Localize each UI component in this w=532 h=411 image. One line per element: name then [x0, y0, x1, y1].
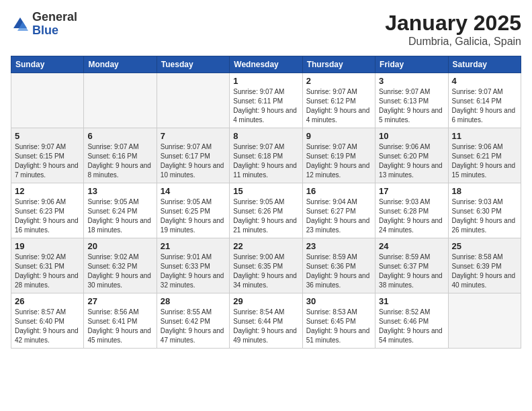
day-info: Sunrise: 8:59 AM Sunset: 6:37 PM Dayligh… — [379, 253, 444, 290]
logo: General Blue — [11, 11, 77, 38]
weekday-header-saturday: Saturday — [448, 56, 521, 73]
calendar-cell: 11Sunrise: 9:06 AM Sunset: 6:21 PM Dayli… — [448, 128, 521, 183]
week-row-2: 12Sunrise: 9:06 AM Sunset: 6:23 PM Dayli… — [11, 183, 521, 238]
day-info: Sunrise: 9:06 AM Sunset: 6:20 PM Dayligh… — [379, 142, 444, 180]
calendar-cell: 12Sunrise: 9:06 AM Sunset: 6:23 PM Dayli… — [11, 183, 84, 238]
day-number: 1 — [233, 76, 298, 86]
calendar-cell: 13Sunrise: 9:05 AM Sunset: 6:24 PM Dayli… — [84, 183, 157, 238]
calendar-cell: 20Sunrise: 9:02 AM Sunset: 6:32 PM Dayli… — [84, 238, 157, 293]
day-number: 16 — [306, 186, 371, 196]
calendar-cell: 26Sunrise: 8:57 AM Sunset: 6:40 PM Dayli… — [11, 293, 84, 349]
calendar-title: January 2025 — [385, 11, 521, 36]
calendar-cell: 25Sunrise: 8:58 AM Sunset: 6:39 PM Dayli… — [448, 238, 521, 293]
calendar-cell: 22Sunrise: 9:00 AM Sunset: 6:35 PM Dayli… — [230, 238, 302, 293]
logo-text: General Blue — [32, 11, 77, 38]
day-number: 8 — [233, 131, 298, 141]
day-number: 9 — [306, 131, 371, 141]
day-info: Sunrise: 9:05 AM Sunset: 6:26 PM Dayligh… — [233, 197, 298, 235]
day-number: 7 — [161, 131, 226, 141]
day-number: 25 — [452, 241, 517, 251]
calendar-cell — [157, 73, 229, 128]
weekday-header-wednesday: Wednesday — [230, 56, 302, 73]
calendar-cell: 28Sunrise: 8:55 AM Sunset: 6:42 PM Dayli… — [157, 293, 229, 349]
calendar-cell: 3Sunrise: 9:07 AM Sunset: 6:13 PM Daylig… — [375, 73, 448, 128]
day-number: 21 — [161, 241, 226, 251]
day-number: 2 — [306, 76, 371, 86]
calendar-cell: 14Sunrise: 9:05 AM Sunset: 6:25 PM Dayli… — [157, 183, 229, 238]
calendar-cell: 19Sunrise: 9:02 AM Sunset: 6:31 PM Dayli… — [11, 238, 84, 293]
calendar-cell — [448, 293, 521, 349]
day-info: Sunrise: 9:05 AM Sunset: 6:25 PM Dayligh… — [161, 197, 226, 235]
calendar-subtitle: Dumbria, Galicia, Spain — [385, 36, 521, 48]
calendar-cell: 16Sunrise: 9:04 AM Sunset: 6:27 PM Dayli… — [302, 183, 375, 238]
day-number: 27 — [87, 296, 152, 306]
calendar-cell: 9Sunrise: 9:07 AM Sunset: 6:19 PM Daylig… — [302, 128, 375, 183]
calendar-cell: 2Sunrise: 9:07 AM Sunset: 6:12 PM Daylig… — [302, 73, 375, 128]
weekday-header-friday: Friday — [375, 56, 448, 73]
day-info: Sunrise: 8:55 AM Sunset: 6:42 PM Dayligh… — [161, 308, 226, 345]
day-info: Sunrise: 9:07 AM Sunset: 6:11 PM Dayligh… — [233, 87, 298, 125]
day-info: Sunrise: 9:03 AM Sunset: 6:30 PM Dayligh… — [452, 197, 517, 235]
calendar-cell: 5Sunrise: 9:07 AM Sunset: 6:15 PM Daylig… — [11, 128, 84, 183]
calendar-cell: 10Sunrise: 9:06 AM Sunset: 6:20 PM Dayli… — [375, 128, 448, 183]
day-info: Sunrise: 8:57 AM Sunset: 6:40 PM Dayligh… — [15, 308, 80, 345]
calendar-cell: 17Sunrise: 9:03 AM Sunset: 6:28 PM Dayli… — [375, 183, 448, 238]
day-info: Sunrise: 9:07 AM Sunset: 6:19 PM Dayligh… — [306, 142, 371, 180]
day-number: 22 — [233, 241, 298, 251]
calendar-cell: 31Sunrise: 8:52 AM Sunset: 6:46 PM Dayli… — [375, 293, 448, 349]
day-info: Sunrise: 9:07 AM Sunset: 6:16 PM Dayligh… — [87, 142, 152, 180]
week-row-1: 5Sunrise: 9:07 AM Sunset: 6:15 PM Daylig… — [11, 128, 521, 183]
calendar-cell: 21Sunrise: 9:01 AM Sunset: 6:33 PM Dayli… — [157, 238, 229, 293]
day-info: Sunrise: 9:07 AM Sunset: 6:15 PM Dayligh… — [15, 142, 80, 180]
day-info: Sunrise: 9:02 AM Sunset: 6:31 PM Dayligh… — [15, 253, 80, 290]
calendar-cell: 8Sunrise: 9:07 AM Sunset: 6:18 PM Daylig… — [230, 128, 302, 183]
day-info: Sunrise: 9:07 AM Sunset: 6:14 PM Dayligh… — [452, 87, 517, 125]
calendar-cell: 30Sunrise: 8:53 AM Sunset: 6:45 PM Dayli… — [302, 293, 375, 349]
calendar-cell — [11, 73, 84, 128]
day-number: 17 — [379, 186, 444, 196]
day-number: 6 — [87, 131, 152, 141]
day-info: Sunrise: 9:06 AM Sunset: 6:23 PM Dayligh… — [15, 197, 80, 235]
calendar-cell: 6Sunrise: 9:07 AM Sunset: 6:16 PM Daylig… — [84, 128, 157, 183]
title-block: January 2025 Dumbria, Galicia, Spain — [385, 11, 521, 48]
page-header: General Blue January 2025 Dumbria, Galic… — [11, 11, 521, 48]
day-info: Sunrise: 9:05 AM Sunset: 6:24 PM Dayligh… — [87, 197, 152, 235]
day-info: Sunrise: 9:04 AM Sunset: 6:27 PM Dayligh… — [306, 197, 371, 235]
day-number: 14 — [161, 186, 226, 196]
day-info: Sunrise: 8:53 AM Sunset: 6:45 PM Dayligh… — [306, 308, 371, 345]
day-info: Sunrise: 9:01 AM Sunset: 6:33 PM Dayligh… — [161, 253, 226, 290]
week-row-4: 26Sunrise: 8:57 AM Sunset: 6:40 PM Dayli… — [11, 293, 521, 349]
logo-blue: Blue — [32, 24, 58, 37]
day-number: 23 — [306, 241, 371, 251]
day-number: 15 — [233, 186, 298, 196]
day-info: Sunrise: 8:52 AM Sunset: 6:46 PM Dayligh… — [379, 308, 444, 345]
calendar-cell: 24Sunrise: 8:59 AM Sunset: 6:37 PM Dayli… — [375, 238, 448, 293]
day-info: Sunrise: 8:56 AM Sunset: 6:41 PM Dayligh… — [87, 308, 152, 345]
weekday-header-monday: Monday — [84, 56, 157, 73]
day-info: Sunrise: 8:58 AM Sunset: 6:39 PM Dayligh… — [452, 253, 517, 290]
calendar-cell: 29Sunrise: 8:54 AM Sunset: 6:44 PM Dayli… — [230, 293, 302, 349]
day-info: Sunrise: 8:54 AM Sunset: 6:44 PM Dayligh… — [233, 308, 298, 345]
day-number: 31 — [379, 296, 444, 306]
calendar-cell: 15Sunrise: 9:05 AM Sunset: 6:26 PM Dayli… — [230, 183, 302, 238]
day-info: Sunrise: 9:02 AM Sunset: 6:32 PM Dayligh… — [87, 253, 152, 290]
logo-general: General — [32, 10, 77, 24]
day-number: 20 — [87, 241, 152, 251]
day-number: 24 — [379, 241, 444, 251]
day-info: Sunrise: 9:07 AM Sunset: 6:12 PM Dayligh… — [306, 87, 371, 125]
day-number: 13 — [87, 186, 152, 196]
day-info: Sunrise: 9:07 AM Sunset: 6:18 PM Dayligh… — [233, 142, 298, 180]
day-number: 12 — [15, 186, 80, 196]
day-number: 18 — [452, 186, 517, 196]
logo-icon — [11, 15, 30, 34]
day-number: 5 — [15, 131, 80, 141]
day-number: 30 — [306, 296, 371, 306]
calendar-cell — [84, 73, 157, 128]
weekday-header-thursday: Thursday — [302, 56, 375, 73]
day-info: Sunrise: 8:59 AM Sunset: 6:36 PM Dayligh… — [306, 253, 371, 290]
weekday-header-sunday: Sunday — [11, 56, 84, 73]
day-info: Sunrise: 9:07 AM Sunset: 6:17 PM Dayligh… — [161, 142, 226, 180]
calendar-table: SundayMondayTuesdayWednesdayThursdayFrid… — [11, 56, 521, 349]
calendar-cell: 27Sunrise: 8:56 AM Sunset: 6:41 PM Dayli… — [84, 293, 157, 349]
calendar-cell: 7Sunrise: 9:07 AM Sunset: 6:17 PM Daylig… — [157, 128, 229, 183]
